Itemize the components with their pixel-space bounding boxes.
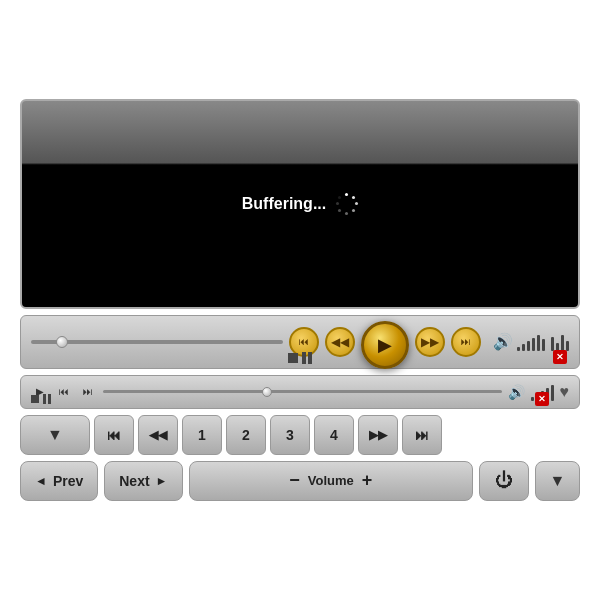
rewind-track-button[interactable]: ◀◀ — [138, 415, 178, 455]
power-icon: ⏻ — [495, 470, 513, 491]
bottom-dropdown-arrow-icon: ▼ — [550, 472, 566, 490]
equalizer-icon[interactable] — [551, 333, 569, 351]
skip-next-button[interactable]: ⏭ — [451, 327, 481, 357]
volume-icon: 🔊 — [493, 332, 513, 351]
prev-arrow-icon: ◄ — [35, 474, 47, 488]
spinner — [336, 193, 358, 215]
mini-seek-bar[interactable] — [103, 390, 502, 393]
track-1-button[interactable]: 1 — [182, 415, 222, 455]
next-button[interactable]: Next ► — [104, 461, 182, 501]
next-label: Next — [119, 473, 149, 489]
volume-control-bar[interactable]: − Volume + — [189, 461, 474, 501]
video-screen: Buffering... — [20, 99, 580, 309]
mini-seek-handle[interactable] — [262, 387, 272, 397]
track-2-button[interactable]: 2 — [226, 415, 266, 455]
track-4-button[interactable]: 4 — [314, 415, 354, 455]
mini-volume-icon: 🔊 — [508, 384, 525, 400]
player-wrapper: Buffering... ⏮ ◀◀ ▶ ▶▶ ⏭ — [20, 99, 580, 501]
dropdown-button[interactable]: ▼ — [20, 415, 90, 455]
skip-next-track-button[interactable]: ⏭ — [402, 415, 442, 455]
stop-pause-group — [288, 352, 312, 364]
volume-minus-icon[interactable]: − — [289, 470, 300, 491]
heart-icon[interactable]: ♥ — [560, 383, 570, 401]
track-3-button[interactable]: 3 — [270, 415, 310, 455]
buffering-area: Buffering... — [242, 193, 358, 215]
fastforward-button[interactable]: ▶▶ — [415, 327, 445, 357]
volume-label: Volume — [308, 473, 354, 488]
prev-button[interactable]: ◄ Prev — [20, 461, 98, 501]
play-icon: ▶ — [378, 334, 392, 356]
pause-button[interactable] — [302, 352, 312, 364]
prev-label: Prev — [53, 473, 83, 489]
mini-stop-button[interactable] — [31, 395, 39, 403]
skip-prev-track-button[interactable]: ⏮ — [94, 415, 134, 455]
power-button[interactable]: ⏻ — [479, 461, 529, 501]
main-controls-bar: ⏮ ◀◀ ▶ ▶▶ ⏭ 🔊 ✕ — [20, 315, 580, 369]
mini-pause-button[interactable] — [43, 394, 51, 404]
seek-bar[interactable] — [31, 340, 283, 344]
mute-badge[interactable]: ✕ — [553, 350, 567, 364]
mini-skip-prev-button[interactable]: ⏮ — [55, 383, 73, 401]
stop-button[interactable] — [288, 353, 298, 363]
seek-handle[interactable] — [56, 336, 68, 348]
fastforward-track-button[interactable]: ▶▶ — [358, 415, 398, 455]
dropdown-arrow-icon: ▼ — [47, 426, 63, 444]
buffering-label: Buffering... — [242, 195, 326, 213]
volume-bars — [517, 333, 545, 351]
bottom-dropdown-button[interactable]: ▼ — [535, 461, 580, 501]
mini-mute-badge[interactable]: ✕ — [535, 392, 549, 406]
x-icon: ✕ — [556, 352, 564, 362]
mini-skip-next-button[interactable]: ⏭ — [79, 383, 97, 401]
bottom-nav-row: ◄ Prev Next ► − Volume + ⏻ ▼ — [20, 461, 580, 501]
next-arrow-icon: ► — [156, 474, 168, 488]
track-buttons-row: ▼ ⏮ ◀◀ 1 2 3 4 ▶▶ ⏭ — [20, 415, 580, 455]
mini-controls-bar: ▶ ⏮ ⏭ 🔊 ♥ ✕ — [20, 375, 580, 409]
rewind-button[interactable]: ◀◀ — [325, 327, 355, 357]
play-button[interactable]: ▶ — [361, 321, 409, 369]
mini-x-icon: ✕ — [538, 394, 546, 404]
volume-plus-icon[interactable]: + — [362, 470, 373, 491]
